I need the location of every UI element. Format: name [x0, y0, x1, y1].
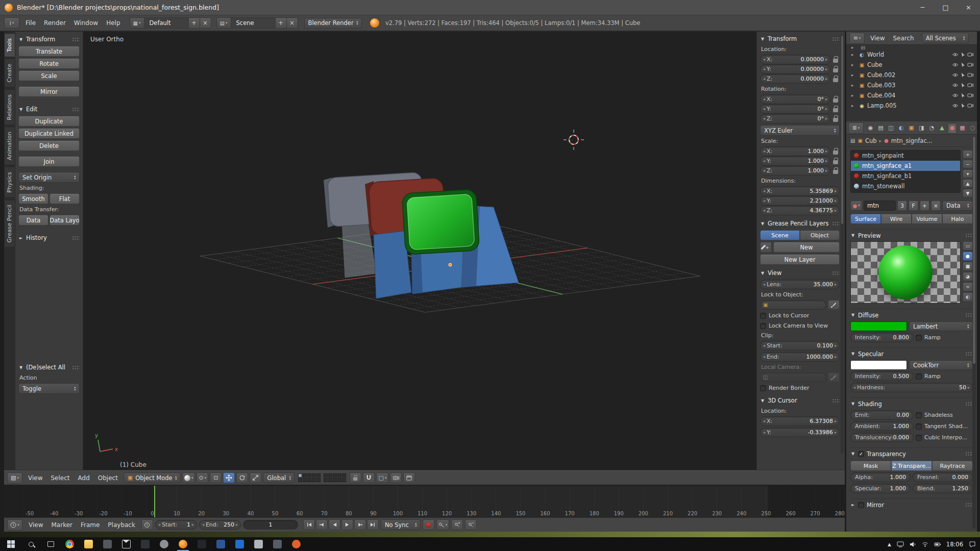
editor-type-properties-icon[interactable]: ≣▾ — [848, 122, 864, 134]
dimension-field[interactable]: ◂ X: 5.35869 ▸ — [760, 186, 840, 196]
translate-button[interactable]: Translate — [18, 46, 80, 57]
step-down-arrow[interactable]: ◂ — [763, 419, 765, 423]
step-up-arrow[interactable]: ▸ — [968, 385, 970, 390]
hardness-slider[interactable]: ◂Hardness:50▸ — [850, 383, 973, 392]
scale-field[interactable]: ◂ Y: 1.000 ▸ — [760, 156, 830, 166]
step-up-arrow[interactable]: ▸ — [825, 97, 827, 102]
manipulator-rotate-toggle[interactable] — [236, 472, 248, 483]
lock-icon[interactable] — [832, 75, 840, 83]
visibility-eye-icon[interactable] — [952, 72, 959, 78]
lock-icon[interactable] — [832, 105, 840, 113]
renderability-camera-icon[interactable] — [967, 62, 974, 68]
material-slot[interactable]: mtn_signpaint — [851, 151, 960, 161]
lock-camera-to-view-checkbox[interactable]: Lock Camera to View — [760, 321, 840, 330]
menu-item[interactable]: View — [24, 519, 47, 531]
auto-keyframe-record-button[interactable] — [423, 519, 434, 530]
taskbar-app-icon[interactable] — [155, 537, 174, 551]
specular-color-swatch[interactable] — [850, 360, 907, 370]
layers-grid-2[interactable] — [324, 473, 346, 482]
duplicate-button[interactable]: Duplicate — [18, 116, 80, 127]
dimension-field[interactable]: ◂ Z: 4.36775 ▸ — [760, 206, 840, 215]
panel-header-edit[interactable]: ▼Edit — [18, 104, 80, 114]
toolshelf-tab[interactable]: Animation — [4, 127, 15, 165]
manipulator-scale-toggle[interactable] — [250, 472, 261, 483]
dimension-field[interactable]: ◂ Y: 2.21000 ▸ — [760, 196, 840, 206]
scene-name[interactable]: Scene — [231, 18, 275, 28]
properties-scrollbar[interactable] — [972, 137, 976, 529]
material-specials-menu[interactable]: ▾ — [963, 169, 973, 178]
opengl-render-image-button[interactable] — [390, 472, 402, 483]
mirror-enabled-checkbox[interactable] — [858, 502, 864, 508]
opengl-render-animation-button[interactable] — [403, 472, 415, 483]
start-button[interactable] — [0, 537, 21, 551]
menu-item[interactable]: View — [24, 472, 46, 484]
step-up-arrow[interactable]: ▸ — [835, 198, 837, 203]
properties-tab[interactable] — [958, 122, 967, 134]
frame-end-field[interactable]: ◂End:250▸ — [199, 520, 241, 530]
renderability-camera-icon[interactable] — [967, 52, 974, 58]
jump-to-start-button[interactable] — [303, 519, 315, 530]
step-up-arrow[interactable]: ▸ — [835, 282, 837, 287]
move-slot-up-button[interactable]: ▲ — [963, 179, 973, 188]
selectability-arrow-icon[interactable] — [960, 62, 966, 68]
menu-item[interactable]: Add — [74, 472, 94, 484]
pivot-align-toggle[interactable]: ⊡ — [210, 472, 222, 483]
taskbar-app-icon[interactable] — [136, 537, 155, 551]
taskbar-app-icon[interactable] — [98, 537, 117, 551]
cubic-interpolation-checkbox[interactable]: Cubic Interpo... — [916, 433, 973, 442]
snap-element-dropdown[interactable]: ▢▾ — [376, 472, 388, 483]
panel-header-3d-cursor[interactable]: ▼3D Cursor — [760, 395, 840, 406]
toolshelf-tab[interactable]: Tools — [4, 33, 15, 57]
preview-cube-button[interactable]: ■ — [963, 262, 973, 271]
task-view-button[interactable] — [41, 537, 60, 551]
window-maximize-button[interactable]: □ — [934, 0, 957, 15]
use-preview-range-toggle[interactable] — [141, 519, 153, 530]
pivot-point-dropdown[interactable]: ⊙▾ — [197, 472, 208, 483]
outliner-row[interactable]: ▸ Cube.004 — [846, 90, 977, 101]
visibility-eye-icon[interactable] — [952, 92, 959, 98]
outliner-row[interactable]: ▸ World — [846, 49, 977, 60]
material-type-button[interactable]: Wire — [881, 214, 912, 224]
shade-flat-button[interactable]: Flat — [50, 193, 80, 204]
breadcrumb-object[interactable]: Cub — [865, 137, 877, 144]
data-transfer-data-button[interactable]: Data — [18, 215, 48, 226]
previous-keyframe-button[interactable] — [316, 519, 328, 530]
transparency-ztransp-button[interactable]: Z Transpare... — [891, 461, 932, 471]
expand-arrow-icon[interactable]: ▸ — [851, 52, 856, 57]
diffuse-shader-select[interactable]: Lambert▴▾ — [909, 321, 973, 331]
properties-tab[interactable] — [886, 122, 896, 134]
remove-material-slot-button[interactable]: − — [963, 160, 973, 168]
step-down-arrow[interactable]: ◂ — [763, 430, 765, 435]
step-down-arrow[interactable]: ◂ — [763, 107, 765, 111]
step-down-arrow[interactable]: ◂ — [158, 522, 160, 527]
renderability-camera-icon[interactable] — [967, 72, 974, 78]
material-type-button[interactable]: Halo — [942, 214, 973, 224]
outliner-row[interactable]: ▸ Cube — [846, 60, 977, 70]
gp-new-layer-button[interactable]: New Layer — [760, 254, 840, 265]
step-up-arrow[interactable]: ▸ — [825, 77, 827, 81]
taskbar-app-icon[interactable] — [174, 537, 192, 551]
jump-to-end-button[interactable] — [367, 519, 379, 530]
lock-to-object-field[interactable]: ▣ — [760, 300, 826, 310]
tangent-shading-checkbox[interactable]: Tangent Shad... — [916, 422, 973, 431]
transparency-raytrace-button[interactable]: Raytrace — [932, 461, 973, 471]
fake-user-button[interactable]: F — [909, 201, 918, 211]
expand-arrow-icon[interactable]: ▸ — [851, 103, 856, 108]
step-down-arrow[interactable]: ◂ — [763, 168, 765, 173]
rotation-field[interactable]: ◂ Z: 0° ▸ — [760, 114, 830, 123]
material-name-field[interactable]: mtn — [864, 201, 896, 211]
taskbar-app-icon[interactable] — [79, 537, 98, 551]
add-scene-button[interactable]: + — [275, 18, 286, 28]
step-up-arrow[interactable]: ▸ — [236, 522, 238, 527]
current-frame-field[interactable]: 1 — [243, 520, 298, 530]
properties-tab[interactable] — [896, 122, 906, 134]
menu-item[interactable]: Frame — [77, 519, 104, 531]
step-up-arrow[interactable]: ▸ — [835, 189, 837, 193]
editor-type-outliner-icon[interactable]: ≡▾ — [849, 33, 865, 44]
green-sign-panel[interactable] — [402, 189, 479, 255]
shade-smooth-button[interactable]: Smooth — [18, 193, 48, 204]
emit-slider[interactable]: Emit:0.00 — [850, 410, 914, 420]
menu-item[interactable]: Window — [70, 17, 102, 29]
editor-type-3dview-icon[interactable]: ▧▾ — [7, 472, 22, 484]
preview-sphere-button[interactable]: ● — [963, 252, 973, 261]
